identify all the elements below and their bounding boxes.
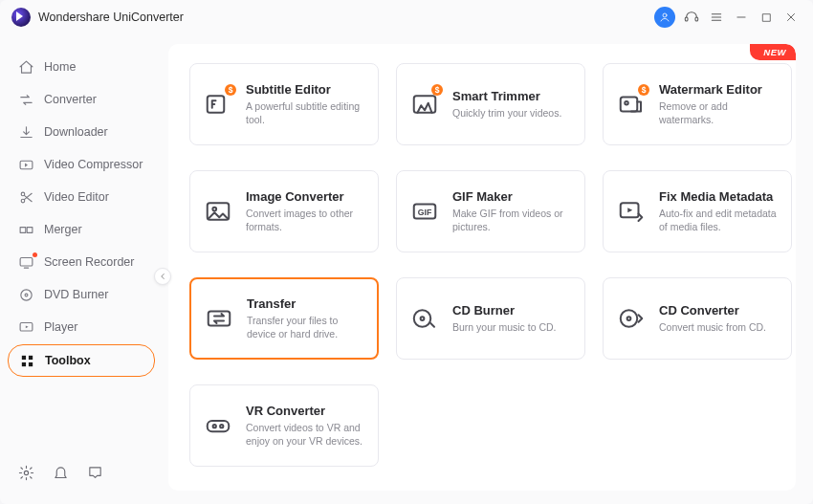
- sidebar-item-label: Player: [44, 320, 77, 334]
- svg-point-36: [621, 310, 638, 327]
- svg-rect-21: [21, 362, 25, 365]
- svg-point-16: [20, 289, 31, 299]
- notification-dot-icon: [33, 252, 37, 257]
- titlebar: Wondershare UniConverter: [0, 0, 813, 34]
- sidebar-nav: Home Converter Downloader Video Compress…: [8, 52, 155, 377]
- tool-title: Transfer: [247, 296, 365, 311]
- sidebar-item-screen-recorder[interactable]: Screen Recorder: [8, 247, 155, 277]
- menu-icon[interactable]: [704, 5, 729, 30]
- tool-card-image-converter[interactable]: Image Converter Convert images to other …: [189, 170, 379, 252]
- tool-title: CD Burner: [452, 303, 557, 318]
- svg-point-17: [25, 294, 28, 296]
- svg-rect-15: [20, 257, 33, 266]
- svg-rect-13: [20, 227, 26, 232]
- svg-rect-26: [621, 98, 638, 112]
- tool-desc: A powerful subtitle editing tool.: [246, 99, 366, 126]
- sidebar-item-video-editor[interactable]: Video Editor: [8, 182, 155, 212]
- tool-title: Subtitle Editor: [246, 82, 366, 97]
- svg-rect-24: [208, 96, 225, 113]
- tool-title: VR Converter: [246, 404, 366, 418]
- account-avatar-button[interactable]: [654, 7, 675, 28]
- feedback-icon[interactable]: [86, 464, 103, 481]
- svg-point-34: [414, 310, 431, 327]
- disc-icon: [17, 286, 34, 303]
- tool-card-fix-media-metadata[interactable]: Fix Media Metadata Auto-fix and edit met…: [603, 170, 792, 252]
- sidebar-item-player[interactable]: Player: [8, 312, 155, 342]
- tool-card-transfer[interactable]: Transfer Transfer your files to device o…: [189, 277, 379, 360]
- svg-point-40: [220, 425, 223, 427]
- tool-card-vr-converter[interactable]: VR Converter Convert videos to VR and en…: [189, 384, 379, 467]
- svg-point-29: [212, 208, 216, 211]
- recorder-icon: [17, 253, 34, 271]
- svg-rect-1: [685, 17, 688, 21]
- sidebar-collapse-button[interactable]: [154, 268, 171, 285]
- close-button[interactable]: [779, 5, 803, 30]
- support-icon[interactable]: [679, 5, 704, 30]
- metadata-icon: [615, 195, 648, 228]
- tool-desc: Convert images to other formats.: [246, 207, 366, 233]
- app-body: Home Converter Downloader Video Compress…: [0, 34, 813, 504]
- sale-badge-icon: $: [225, 84, 236, 96]
- tool-desc: Transfer your files to device or hard dr…: [247, 314, 365, 340]
- svg-point-0: [663, 13, 667, 17]
- sidebar-item-dvd-burner[interactable]: DVD Burner: [8, 279, 155, 310]
- sidebar-item-label: Video Compressor: [44, 158, 143, 171]
- sidebar-item-label: Converter: [44, 93, 97, 106]
- sidebar-item-video-compressor[interactable]: Video Compressor: [8, 149, 155, 180]
- sidebar-item-merger[interactable]: Merger: [8, 214, 155, 245]
- minimize-button[interactable]: [729, 5, 754, 30]
- sidebar-item-label: Toolbox: [45, 354, 91, 367]
- sidebar-item-home[interactable]: Home: [8, 52, 155, 82]
- tool-card-cd-converter[interactable]: CD Converter Convert music from CD.: [603, 277, 792, 360]
- smart-trimmer-icon: $: [408, 88, 441, 121]
- new-badge: NEW: [750, 44, 796, 60]
- tool-card-cd-burner[interactable]: CD Burner Burn your music to CD.: [396, 277, 585, 360]
- tool-desc: Remove or add watermarks.: [659, 99, 780, 126]
- tool-desc: Auto-fix and edit metadata of media file…: [659, 207, 780, 233]
- tool-desc: Quickly trim your videos.: [452, 106, 561, 120]
- tool-card-gif-maker[interactable]: GIF GIF Maker Make GIF from videos or pi…: [396, 170, 585, 252]
- player-icon: [17, 318, 34, 336]
- settings-icon[interactable]: [17, 464, 34, 481]
- sidebar-item-downloader[interactable]: Downloader: [8, 117, 155, 147]
- sale-badge-icon: $: [638, 84, 649, 96]
- sidebar-footer: [8, 456, 155, 496]
- app-window: Wondershare UniConverter: [0, 0, 813, 504]
- gif-maker-icon: GIF: [408, 195, 441, 228]
- svg-rect-20: [28, 355, 32, 359]
- image-converter-icon: [202, 195, 234, 228]
- sidebar: Home Converter Downloader Video Compress…: [0, 34, 163, 504]
- sidebar-item-converter[interactable]: Converter: [8, 84, 155, 115]
- sidebar-item-label: Downloader: [44, 125, 108, 139]
- svg-rect-33: [209, 312, 231, 326]
- svg-text:GIF: GIF: [418, 208, 432, 217]
- vr-converter-icon: [202, 409, 234, 442]
- sidebar-item-label: Merger: [44, 223, 82, 236]
- svg-rect-2: [695, 17, 698, 21]
- maximize-button[interactable]: [754, 5, 779, 30]
- converter-icon: [17, 91, 34, 108]
- tool-card-subtitle-editor[interactable]: $ Subtitle Editor A powerful subtitle ed…: [189, 63, 379, 145]
- tool-desc: Make GIF from videos or pictures.: [452, 207, 573, 233]
- tool-card-watermark-editor[interactable]: $ Watermark Editor Remove or add waterma…: [603, 63, 792, 145]
- transfer-icon: [203, 302, 235, 335]
- download-icon: [17, 123, 34, 141]
- svg-point-35: [421, 317, 425, 320]
- toolbox-icon: [18, 352, 35, 369]
- svg-point-39: [213, 425, 216, 427]
- notifications-icon[interactable]: [52, 464, 69, 481]
- cd-converter-icon: [615, 302, 648, 335]
- app-title: Wondershare UniConverter: [38, 11, 184, 24]
- tool-title: GIF Maker: [452, 189, 573, 204]
- tool-card-smart-trimmer[interactable]: $ Smart Trimmer Quickly trim your videos…: [396, 63, 585, 145]
- tool-title: Image Converter: [246, 189, 366, 204]
- compressor-icon: [17, 156, 34, 173]
- svg-rect-22: [28, 362, 32, 365]
- sidebar-item-toolbox[interactable]: Toolbox: [8, 344, 155, 377]
- tool-title: Watermark Editor: [659, 82, 780, 97]
- sale-badge-icon: $: [431, 84, 443, 96]
- tool-title: CD Converter: [659, 303, 766, 318]
- sidebar-item-label: Screen Recorder: [44, 255, 135, 269]
- subtitle-editor-icon: $: [202, 88, 234, 121]
- scissors-icon: [17, 188, 34, 206]
